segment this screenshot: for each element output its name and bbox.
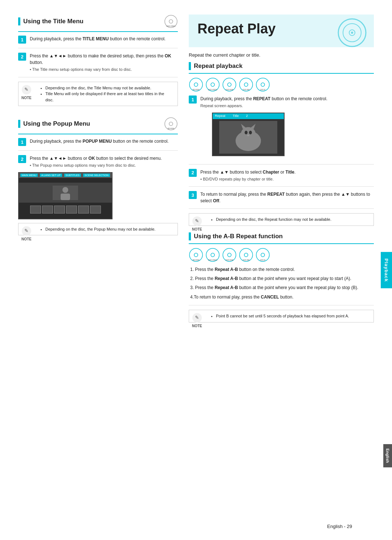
svg-text:DVD-VIDEO: DVD-VIDEO [208,259,217,261]
repeat-step-3: 3 To return to normal play, press the RE… [189,191,374,204]
popup-step-text-1: During playback, press the POPUP MENU bu… [30,138,169,145]
svg-point-7 [62,187,68,193]
repeat-step-num-2: 2 [189,169,197,177]
note-label-4: ✎ NOTE [192,313,202,329]
cyan-bar-title [18,17,20,25]
step-text-1: During playback, press the TITLE MENU bu… [30,36,166,42]
repeat-step-text-2: Press the ▲▼ buttons to select Chapter o… [200,169,295,182]
popup-thumb-5 [78,206,89,214]
repeat-play-header: Repeat Play [189,15,374,47]
step-text-2: Press the ▲▼◄► buttons to make the desir… [30,53,178,73]
popup-top-bar: MAIN MENU A.LANG SET UP SUBTITLES SCENE … [19,173,112,178]
note-item: Depending on the disc, the Popup Menu ma… [45,226,173,232]
step-num-1: 1 [18,36,26,44]
divider-r1 [189,164,374,165]
svg-text:BD-ROM: BD-ROM [193,259,199,261]
popup-menu-item-4: SCENE SELECTION [83,174,110,177]
repeat-step1-sub: Repeat screen appears. [200,103,327,109]
popup-thumb-1 [30,206,41,214]
repeat-note-list: Depending on the disc, the Repeat functi… [211,216,369,223]
svg-text:BD-ROM: BD-ROM [193,89,199,91]
ab-disc-dvd-video: DVD-VIDEO [205,248,220,262]
popup-thumb-2 [42,206,53,214]
repeat-step-2: 2 Press the ▲▼ buttons to select Chapter… [189,169,374,182]
note-icon-3: ✎ [192,216,202,226]
note-item: Title Menu will only be displayed if the… [45,91,173,103]
repeat-playback-heading: Repeat playback [189,62,374,70]
footer-text: English - 29 [327,524,352,529]
footer: English - 29 [18,524,374,529]
title-menu-note: ✎ NOTE Depending on the disc, the Title … [18,82,178,106]
popup-note-list: Depending on the disc, the Popup Menu ma… [40,226,173,232]
bd-rom-icon: BD-ROM [164,117,178,131]
left-column: Using the Title Menu DVD-VIDEO 1 [18,15,178,516]
step-num-2: 2 [18,53,26,61]
ab-list: 1. Press the Repeat A-B button on the re… [189,266,374,301]
note-item: Point B cannot be set until 5 seconds of… [216,313,369,319]
popup-menu-item-2: A.LANG SET UP [40,174,62,177]
svg-point-4 [169,122,173,126]
ab-item-3: 3. Press the Repeat A-B button at the po… [190,284,374,291]
popup-thumb-3 [54,206,65,214]
svg-point-40 [211,253,215,257]
title-note-list: Depending on the disc, the Title Menu ma… [40,85,173,103]
repeat-playback-title: Repeat playback [194,62,242,70]
repeat-step-num-1: 1 [189,96,197,103]
ab-disc-bd-rom: BD-ROM [189,248,203,262]
note-item: Depending on the disc, the Title Menu ma… [45,85,173,91]
svg-text:DVD-RAM: DVD-RAM [226,259,233,261]
popup-thumb-6 [90,206,101,214]
popup-menu-heading: Using the Popup Menu BD-ROM [18,117,178,131]
disc-dvd-ram: DVD-RAM [222,77,237,92]
cyan-bar-ab [189,232,191,240]
title-menu-heading: Using the Title Menu DVD-VIDEO [18,15,178,28]
disc-bd-rom: BD-ROM [189,77,203,92]
svg-point-43 [228,253,231,257]
svg-text:DVD-RAM: DVD-RAM [226,89,233,91]
note-icon-1: ✎ [22,85,31,94]
svg-text:DVD-VIDEO: DVD-VIDEO [166,25,176,27]
divider-1 [18,48,178,48]
title-menu-title: Using the Title Menu [23,18,83,25]
dvd-video-icon: DVD-VIDEO [164,15,178,28]
svg-point-35 [247,135,249,136]
repeat-step-1: 1 During playback, press the REPEAT butt… [189,96,374,160]
divider-3 [18,150,178,151]
repeat-step2-sub: • BD/DVD repeats play by chapter or titl… [200,176,295,182]
ab-repeat-heading: Using the A-B Repeat function [189,232,374,240]
popup-content [19,178,112,219]
playback-tab: Playback [381,252,392,288]
ab-note: ✎ NOTE Point B cannot be set until 5 sec… [189,310,374,322]
svg-text:DVD-R: DVD-R [260,259,266,261]
ab-disc-dvd-rw: DVD-RW [239,248,253,262]
svg-point-34 [249,131,252,134]
popup-step-1: 1 During playback, press the POPUP MENU … [18,138,178,146]
divider-r3 [189,208,374,209]
disc-dvd-video: DVD-VIDEO [205,77,220,92]
english-tab: English [383,444,392,467]
screen-label-title: Title [233,114,239,119]
note-label-1: ✎ NOTE [21,85,32,101]
repeat-play-subtitle: Repeat the current chapter or title. [189,52,374,58]
svg-point-46 [244,253,248,257]
title-step-2: 2 Press the ▲▼◄► buttons to make the des… [18,53,178,73]
popup-step-2: 2 Press the ▲▼◄► buttons or OK button to… [18,155,178,169]
disc-dvd-rw: DVD-RW [239,77,253,92]
divider-r2 [189,186,374,187]
cyan-line-ab [189,243,374,244]
svg-point-37 [194,253,198,257]
ab-item-2: 2. Press the Repeat A-B button at the po… [190,275,374,282]
popup-image-row [29,204,102,215]
ab-disc-dvd-ram: DVD-RAM [222,248,237,262]
svg-text:DVD-R: DVD-R [260,89,266,91]
step-sub-2: • The Title menu setup options may vary … [30,66,178,73]
ab-note-list: Point B cannot be set until 5 seconds of… [211,313,369,319]
screen-label-num: 2 [246,114,248,119]
title-menu-section: Using the Title Menu DVD-VIDEO 1 [18,15,178,106]
divider-2 [18,77,178,77]
popup-menu-title: Using the Popup Menu [23,120,90,127]
svg-point-14 [194,83,198,86]
right-column: Repeat Play Repeat the current chapter o… [189,15,374,516]
cyan-line-repeat [189,73,374,74]
svg-text:BD-ROM: BD-ROM [168,128,174,130]
